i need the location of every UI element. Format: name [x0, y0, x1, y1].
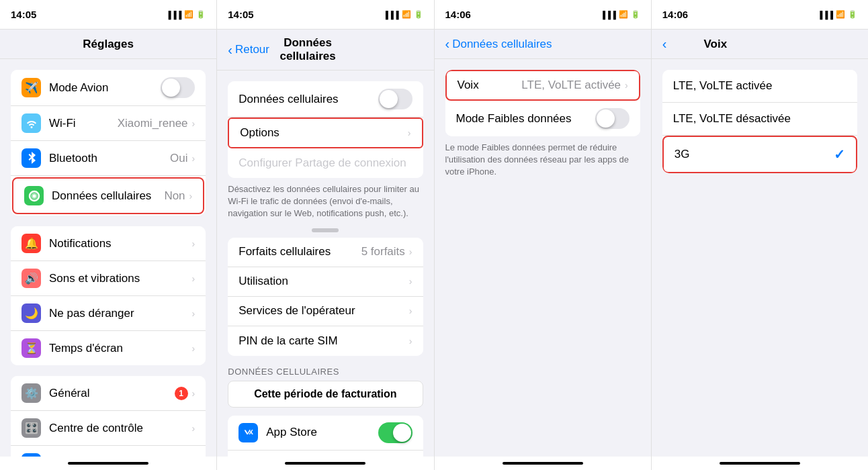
notifications-chevron-icon: › — [192, 238, 196, 249]
luminosite-item[interactable]: AA Luminosité et affichage › — [11, 446, 206, 457]
temps-ecran-item[interactable]: ⏳ Temps d'écran › — [11, 331, 206, 365]
home-bar-1 — [68, 462, 148, 465]
donnees-nav-title: Données cellulaires — [269, 36, 346, 63]
general-badge: 1 — [175, 387, 188, 400]
sons-icon: 🔊 — [21, 269, 41, 288]
volte-active-option[interactable]: LTE, VoLTE activée — [662, 70, 857, 103]
donnees-toggle-item[interactable]: Données cellulaires — [228, 81, 423, 117]
donnees-cellulaires-icon — [24, 186, 44, 205]
status-bar-3: 14:06 ▐▐▐ 📶 🔋 — [435, 0, 652, 29]
donnees-cellulaires-label: Données cellulaires — [52, 189, 164, 203]
wifi-icon-3: 📶 — [619, 10, 628, 19]
signal-icon-2: ▐▐▐ — [383, 11, 398, 19]
mode-avion-toggle[interactable] — [161, 77, 195, 98]
centre-controle-item[interactable]: 🎛️ Centre de contrôle › — [11, 411, 206, 446]
time-2: 14:05 — [228, 9, 253, 20]
volte-active-label: LTE, VoLTE activée — [673, 79, 847, 93]
3g-option[interactable]: 3G ✓ — [662, 136, 857, 173]
centre-controle-chevron-icon: › — [192, 423, 196, 434]
home-indicator-2 — [217, 457, 434, 470]
wifi-icon — [21, 113, 41, 133]
voix-panel: ‹ Voix LTE, VoLTE activée LTE, VoLTE dés… — [652, 30, 868, 457]
centre-controle-label: Centre de contrôle — [49, 422, 192, 435]
scrollbar-indicator — [312, 228, 339, 232]
options-item[interactable]: Options › — [228, 117, 423, 148]
voix-item[interactable]: Voix LTE, VoLTE activée › — [445, 70, 640, 101]
utilisation-item[interactable]: Utilisation › — [228, 267, 423, 297]
bluetooth-item[interactable]: Bluetooth Oui › — [11, 141, 206, 176]
status-icons-4: ▐▐▐ 📶 🔋 — [818, 10, 857, 19]
home-indicator-4 — [652, 457, 868, 470]
facturation-button[interactable]: Cette période de facturation — [228, 381, 423, 408]
bluetooth-chevron-icon: › — [192, 153, 196, 164]
voix-sel-back-arrow-icon: ‹ — [445, 36, 450, 52]
donnees-navbar: ‹ Retour Données cellulaires — [217, 30, 433, 70]
temps-ecran-label: Temps d'écran — [49, 342, 192, 355]
time-3: 14:06 — [445, 9, 471, 20]
ne-pas-deranger-label: Ne pas déranger — [49, 307, 192, 320]
services-label: Services de l'opérateur — [238, 304, 409, 318]
wifi-item[interactable]: Wi-Fi Xiaomi_renee › — [11, 106, 206, 141]
partage-item: Configurer Partage de connexion — [228, 148, 423, 178]
services-item[interactable]: Services de l'opérateur › — [228, 297, 423, 326]
home-indicator-1 — [0, 457, 217, 470]
voix-label: Voix — [458, 79, 522, 92]
bluetooth-icon — [21, 148, 41, 168]
general-chevron-icon: › — [192, 388, 196, 399]
options-chevron-icon: › — [408, 128, 411, 138]
ne-pas-deranger-item[interactable]: 🌙 Ne pas déranger › — [11, 296, 206, 331]
time-1: 14:05 — [11, 9, 36, 20]
home-bar-4 — [720, 462, 800, 465]
wifi-value: Xiaomi_renee — [118, 117, 188, 130]
astuces-item[interactable]: 💡 Astuces — [228, 451, 423, 457]
voix-selection-panel: ‹ Données cellulaires Voix LTE, VoLTE ac… — [435, 30, 652, 457]
mode-avion-item[interactable]: ✈️ Mode Avion — [11, 70, 206, 106]
facturation-label: Cette période de facturation — [254, 388, 396, 399]
status-bar-2: 14:05 ▐▐▐ 📶 🔋 — [217, 0, 434, 29]
voix-sel-back-button[interactable]: ‹ Données cellulaires — [445, 36, 552, 52]
app-store-label: App Store — [266, 426, 378, 439]
notifications-item[interactable]: 🔔 Notifications › — [11, 226, 206, 261]
pin-chevron-icon: › — [409, 336, 413, 346]
3g-label: 3G — [675, 148, 834, 161]
volte-inactive-option[interactable]: LTE, VoLTE désactivée — [662, 103, 857, 136]
forfaits-chevron-icon: › — [409, 246, 413, 257]
forfaits-label: Forfaits cellulaires — [238, 245, 361, 258]
reglages-title: Réglages — [76, 38, 141, 51]
donnees-cellulaires-item[interactable]: Données cellulaires Non › — [12, 177, 204, 214]
donnees-panel: ‹ Retour Données cellulaires Données cel… — [217, 30, 434, 457]
donnees-cellulaires-chevron-icon: › — [189, 191, 193, 201]
wifi-chevron-icon: › — [192, 118, 196, 129]
donnees-toggle[interactable] — [378, 89, 413, 109]
faibles-item[interactable]: Mode Faibles données — [445, 101, 640, 136]
voix-back-arrow-icon: ‹ — [662, 36, 667, 52]
donnees-toggle-label: Données cellulaires — [238, 93, 378, 106]
temps-ecran-chevron-icon: › — [192, 343, 196, 354]
bluetooth-label: Bluetooth — [49, 152, 170, 165]
utilisation-chevron-icon: › — [409, 276, 413, 287]
wifi-icon-1: 📶 — [184, 10, 193, 19]
voix-back-button[interactable]: ‹ — [662, 36, 668, 52]
3g-check-icon: ✓ — [834, 146, 845, 162]
ne-pas-deranger-icon: 🌙 — [21, 303, 41, 323]
reglages-navbar: Réglages — [0, 30, 216, 59]
pin-item[interactable]: PIN de la carte SIM › — [228, 326, 423, 356]
signal-icon-4: ▐▐▐ — [818, 11, 833, 19]
general-label: Général — [49, 387, 175, 400]
voix-sel-navbar: ‹ Données cellulaires — [435, 30, 651, 59]
signal-icon-3: ▐▐▐ — [600, 11, 615, 19]
status-icons-1: ▐▐▐ 📶 🔋 — [166, 10, 206, 19]
voix-nav-title: Voix — [668, 38, 763, 51]
app-store-icon — [238, 423, 258, 442]
bluetooth-value: Oui — [170, 152, 187, 165]
faibles-toggle[interactable] — [595, 108, 630, 129]
voix-chevron-icon: › — [625, 80, 628, 91]
general-item[interactable]: ⚙️ Général 1 › — [11, 376, 206, 411]
donnees-back-button[interactable]: ‹ Retour — [228, 42, 269, 58]
forfaits-value: 5 forfaits — [361, 245, 405, 258]
app-store-toggle[interactable] — [378, 422, 413, 443]
forfaits-item[interactable]: Forfaits cellulaires 5 forfaits › — [228, 238, 423, 267]
sons-item[interactable]: 🔊 Sons et vibrations › — [11, 261, 206, 296]
app-store-item[interactable]: App Store — [228, 416, 423, 451]
volte-inactive-label: LTE, VoLTE désactivée — [673, 112, 847, 126]
